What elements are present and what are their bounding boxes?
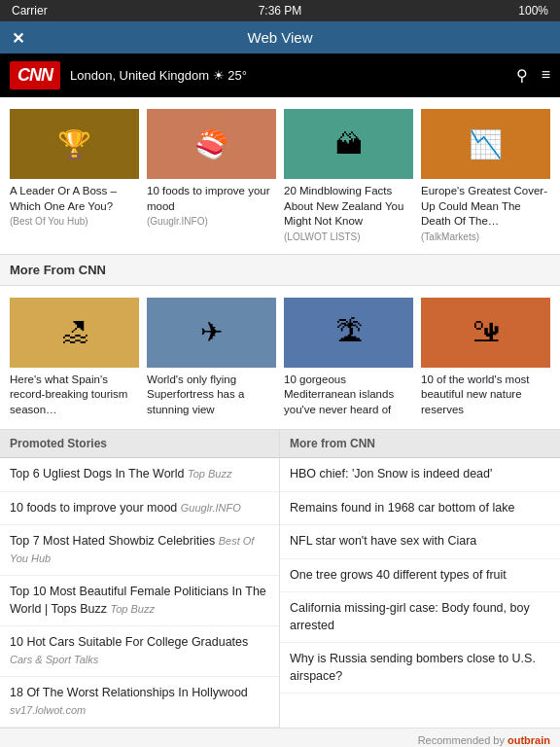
app-nav-bar: ✕ Web View <box>0 21 560 53</box>
battery-label: 100% <box>518 4 548 18</box>
more-cnn-story-item[interactable]: One tree grows 40 different types of fru… <box>280 559 560 593</box>
close-button[interactable]: ✕ <box>12 28 24 47</box>
more-thumbnail-0: 🏖 <box>10 298 139 368</box>
top-article-item[interactable]: 🍣 10 foods to improve your mood (Guuglr.… <box>143 105 280 246</box>
more-cnn-list: HBO chief: 'Jon Snow is indeed dead'Rema… <box>280 458 560 694</box>
more-cnn-article-item[interactable]: 🏝 10 gorgeous Mediterranean islands you'… <box>280 294 417 422</box>
article-title-1: 10 foods to improve your mood <box>147 184 276 214</box>
top-article-grid: 🏆 A Leader Or A Boss – Which One Are You… <box>0 97 560 254</box>
more-cnn-story-item[interactable]: California missing-girl case: Body found… <box>280 592 560 643</box>
top-article-item[interactable]: 📉 Europe's Greatest Cover-Up Could Mean … <box>417 105 554 246</box>
outbrain-logo: outbrain <box>508 734 550 746</box>
weather-icon: ☀ <box>213 68 225 83</box>
promoted-story-item[interactable]: 18 Of The Worst Relationships In Hollywo… <box>0 677 279 728</box>
more-cnn-story-item[interactable]: Why is Russia sending bombers close to U… <box>280 643 560 694</box>
more-thumbnail-3: 🏜 <box>421 298 550 368</box>
article-source-3: (TalkMarkets) <box>421 231 550 242</box>
cnn-logo[interactable]: CNN <box>10 61 60 89</box>
promoted-stories-col: Promoted Stories Top 6 Ugliest Dogs In T… <box>0 430 280 728</box>
story-source: sv17.lolwot.com <box>10 704 86 716</box>
article-thumbnail-3: 📉 <box>421 109 550 179</box>
article-thumbnail-2: 🏔 <box>284 109 413 179</box>
recommended-footer: Recommended by outbrain <box>0 728 560 747</box>
more-article-title-1: World's only flying Superfortress has a … <box>147 373 276 418</box>
more-cnn-article-item[interactable]: ✈ World's only flying Superfortress has … <box>143 294 280 422</box>
promoted-story-item[interactable]: Top 10 Most Beautiful Female Politicians… <box>0 576 279 626</box>
more-thumbnail-1: ✈ <box>147 298 276 368</box>
article-thumbnail-1: 🍣 <box>147 109 276 179</box>
menu-icon[interactable]: ≡ <box>542 66 550 85</box>
article-thumbnail-0: 🏆 <box>10 109 139 179</box>
temperature-label: 25° <box>228 68 247 83</box>
story-source: Guuglr.INFO <box>181 502 241 514</box>
article-source-1: (Guuglr.INFO) <box>147 216 276 227</box>
more-cnn-col: More from CNN HBO chief: 'Jon Snow is in… <box>280 430 560 728</box>
article-title-2: 20 Mindblowing Facts About New Zealand Y… <box>284 184 413 230</box>
cnn-header: CNN London, United Kingdom ☀ 25° ⚲ ≡ <box>0 53 560 97</box>
more-article-title-2: 10 gorgeous Mediterranean islands you've… <box>284 373 413 418</box>
recommended-label: Recommended by <box>418 734 505 746</box>
more-cnn-story-item[interactable]: NFL star won't have sex with Ciara <box>280 525 560 559</box>
story-source: Cars & Sport Talks <box>10 654 98 665</box>
main-content: 🏆 A Leader Or A Boss – Which One Are You… <box>0 97 560 747</box>
more-cnn-header: More from CNN <box>280 430 560 458</box>
more-cnn-story-item[interactable]: HBO chief: 'Jon Snow is indeed dead' <box>280 458 560 492</box>
time-label: 7:36 PM <box>259 4 302 18</box>
article-source-0: (Best Of You Hub) <box>10 216 139 227</box>
more-from-cnn-grid: 🏖 Here's what Spain's record-breaking to… <box>0 286 560 430</box>
promoted-story-item[interactable]: 10 foods to improve your mood Guuglr.INF… <box>0 492 279 526</box>
top-article-item[interactable]: 🏔 20 Mindblowing Facts About New Zealand… <box>280 105 417 246</box>
story-source: Best Of You Hub <box>10 535 254 564</box>
app-nav-title: Web View <box>248 29 313 46</box>
article-source-2: (LOLWOT LISTS) <box>284 231 413 242</box>
article-title-3: Europe's Greatest Cover-Up Could Mean Th… <box>421 184 550 230</box>
more-article-title-0: Here's what Spain's record-breaking tour… <box>10 373 139 418</box>
story-source: Top Buzz <box>111 603 155 615</box>
promoted-stories-header: Promoted Stories <box>0 430 279 458</box>
story-source: Top Buzz <box>188 468 231 480</box>
cnn-header-icons: ⚲ ≡ <box>516 66 550 85</box>
status-bar: Carrier 7:36 PM 100% <box>0 0 560 21</box>
more-article-title-3: 10 of the world's most beautiful new nat… <box>421 373 550 418</box>
more-thumbnail-2: 🏝 <box>284 298 413 368</box>
bottom-section: Promoted Stories Top 6 Ugliest Dogs In T… <box>0 429 560 728</box>
search-icon[interactable]: ⚲ <box>516 66 528 85</box>
cnn-location: London, United Kingdom ☀ 25° <box>70 68 507 83</box>
more-cnn-article-item[interactable]: 🏜 10 of the world's most beautiful new n… <box>417 294 554 422</box>
promoted-story-item[interactable]: 10 Hot Cars Suitable For College Graduat… <box>0 626 279 677</box>
article-title-0: A Leader Or A Boss – Which One Are You? <box>10 184 139 214</box>
more-cnn-story-item[interactable]: Remains found in 1968 car bottom of lake <box>280 492 560 526</box>
promoted-stories-list: Top 6 Ugliest Dogs In The World Top Buzz… <box>0 458 279 728</box>
promoted-story-item[interactable]: Top 6 Ugliest Dogs In The World Top Buzz <box>0 458 279 492</box>
carrier-label: Carrier <box>12 4 48 18</box>
promoted-story-item[interactable]: Top 7 Most Hated Showbiz Celebrities Bes… <box>0 525 279 576</box>
more-cnn-article-item[interactable]: 🏖 Here's what Spain's record-breaking to… <box>6 294 143 422</box>
more-from-cnn-header: More From CNN <box>0 254 560 286</box>
top-article-item[interactable]: 🏆 A Leader Or A Boss – Which One Are You… <box>6 105 143 246</box>
